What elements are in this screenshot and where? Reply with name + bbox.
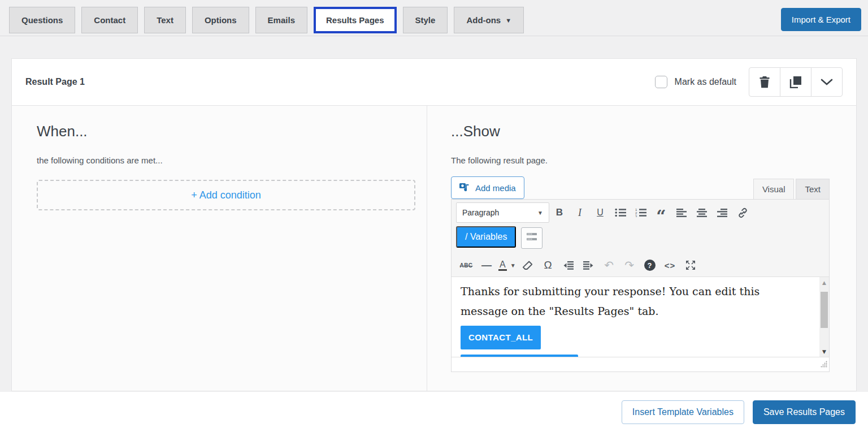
strikethrough-icon: ABC <box>459 262 472 269</box>
align-left-icon <box>676 209 687 217</box>
show-description: The following result page. <box>451 155 856 165</box>
align-center-button[interactable] <box>692 203 712 222</box>
collapse-result-page-button[interactable] <box>811 67 843 97</box>
insert-template-variables-button[interactable]: Insert Template Variables <box>622 400 744 424</box>
import-export-button[interactable]: Import & Export <box>781 8 861 31</box>
template-table-button[interactable] <box>521 227 542 249</box>
media-icon <box>459 182 470 193</box>
media-row: Add media Visual Text <box>451 176 830 199</box>
mark-as-default-checkbox[interactable] <box>655 76 667 88</box>
when-section: When... the following conditions are met… <box>12 106 427 391</box>
save-results-pages-button[interactable]: Save Results Pages <box>753 400 856 424</box>
align-right-icon <box>717 209 727 217</box>
add-condition-button[interactable]: + Add condition <box>37 180 415 210</box>
editor-mode-tabs: Visual Text <box>753 179 830 199</box>
add-condition-label: + Add condition <box>191 189 261 201</box>
tab-emails[interactable]: Emails <box>255 7 307 33</box>
resize-grip-icon[interactable] <box>821 360 827 370</box>
duplicate-icon <box>789 76 802 88</box>
paragraph-format-select[interactable]: Paragraph ▼ <box>456 202 549 223</box>
trash-icon <box>759 76 770 88</box>
tab-label: Text <box>157 15 173 25</box>
scroll-down-icon[interactable]: ▼ <box>819 347 829 356</box>
italic-button[interactable]: I <box>570 203 590 222</box>
tab-contact[interactable]: Contact <box>81 7 138 33</box>
tab-label: Style <box>415 15 436 25</box>
result-page-body: When... the following conditions are met… <box>12 106 856 391</box>
tab-style[interactable]: Style <box>403 7 448 33</box>
tab-questions[interactable]: Questions <box>9 7 75 33</box>
text-color-button[interactable]: A ▼ <box>497 256 518 275</box>
align-center-icon <box>697 209 707 217</box>
variable-chip-contact-all[interactable]: CONTACT_ALL <box>461 326 541 349</box>
indent-icon <box>583 261 594 270</box>
help-icon: ? <box>644 260 656 271</box>
toolbar-row-2: / Variables <box>452 224 829 253</box>
tab-options[interactable]: Options <box>192 7 249 33</box>
tab-label: Add-ons <box>466 15 501 25</box>
redo-icon: ↷ <box>624 258 634 272</box>
result-page-header: Result Page 1 Mark as default <box>12 59 856 106</box>
tab-results-pages[interactable]: Results Pages <box>314 7 397 33</box>
chevron-down-icon <box>821 79 833 85</box>
scrollbar-thumb[interactable] <box>821 292 828 328</box>
when-description: the following conditions are met... <box>37 155 415 165</box>
insert-link-button[interactable] <box>732 203 753 222</box>
omega-icon: Ω <box>544 259 552 271</box>
horizontal-rule-button[interactable]: — <box>476 256 497 275</box>
fullscreen-icon <box>685 260 696 270</box>
outdent-button[interactable] <box>558 256 579 275</box>
when-heading: When... <box>37 123 415 140</box>
blockquote-icon: “ <box>656 214 666 219</box>
redo-button[interactable]: ↷ <box>619 256 640 275</box>
blockquote-button[interactable]: “ <box>651 203 671 222</box>
bold-button[interactable]: B <box>549 203 570 222</box>
code-button[interactable]: <> <box>660 256 680 275</box>
text-color-icon: A <box>498 260 507 271</box>
variables-button[interactable]: / Variables <box>456 226 516 248</box>
align-left-button[interactable] <box>671 203 692 222</box>
eraser-icon <box>522 261 533 270</box>
undo-icon: ↶ <box>604 258 614 272</box>
bold-icon: B <box>556 207 563 218</box>
strikethrough-button[interactable]: ABC <box>456 256 476 275</box>
tab-add-ons[interactable]: Add-ons ▼ <box>454 7 524 33</box>
table-icon <box>527 233 537 243</box>
duplicate-result-page-button[interactable] <box>780 67 811 97</box>
numbered-list-button[interactable]: 123 <box>631 203 651 222</box>
editor-content-area[interactable]: Thanks for submitting your response! You… <box>452 277 829 357</box>
chevron-down-icon: ▼ <box>505 17 511 24</box>
tab-label: Results Pages <box>326 15 384 25</box>
tab-label: Emails <box>268 15 295 25</box>
help-button[interactable]: ? <box>640 256 660 275</box>
indent-button[interactable] <box>579 256 599 275</box>
editor-paragraph: Thanks for submitting your response! You… <box>461 282 803 321</box>
delete-result-page-button[interactable] <box>749 67 780 97</box>
underline-button[interactable]: U <box>590 203 610 222</box>
toolbar-row-3: ABC — A ▼ Ω ↶ <box>452 253 829 277</box>
result-page-title: Result Page 1 <box>25 77 655 87</box>
add-media-button[interactable]: Add media <box>451 176 524 199</box>
clear-formatting-button[interactable] <box>518 256 538 275</box>
visual-mode-tab[interactable]: Visual <box>753 179 795 199</box>
bullet-list-button[interactable] <box>610 203 631 222</box>
wysiwyg-editor: Paragraph ▼ B I U 123 “ <box>451 199 830 372</box>
scroll-up-icon[interactable]: ▲ <box>819 278 829 287</box>
editor-scrollbar[interactable]: ▲ ▼ <box>819 277 829 357</box>
outdent-icon <box>563 261 574 270</box>
align-right-button[interactable] <box>712 203 732 222</box>
mark-as-default-control: Mark as default <box>655 76 736 88</box>
fullscreen-button[interactable] <box>680 256 701 275</box>
special-character-button[interactable]: Ω <box>538 256 558 275</box>
text-mode-tab[interactable]: Text <box>796 179 830 199</box>
footer-action-bar: Insert Template Variables Save Results P… <box>0 392 868 432</box>
tab-text[interactable]: Text <box>144 7 186 33</box>
tab-label: Questions <box>21 15 63 25</box>
chevron-down-icon: ▼ <box>510 262 516 269</box>
svg-text:3: 3 <box>635 215 637 218</box>
editor-status-bar <box>452 357 829 371</box>
italic-icon: I <box>578 207 581 219</box>
code-icon: <> <box>665 261 676 270</box>
tab-label: Contact <box>94 15 125 25</box>
undo-button[interactable]: ↶ <box>599 256 619 275</box>
